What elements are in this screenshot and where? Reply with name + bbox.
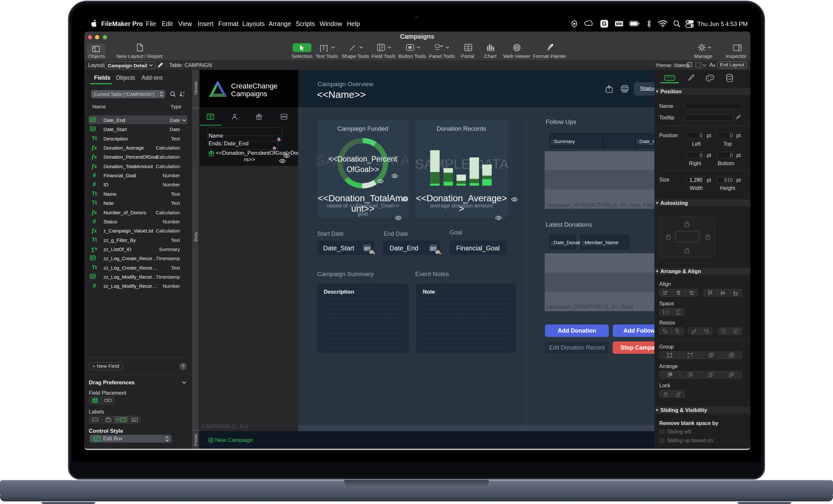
svg-text:abc: abc bbox=[107, 417, 110, 419]
svg-text:z: z bbox=[183, 94, 185, 98]
svg-text:a: a bbox=[183, 91, 185, 94]
svg-text:abc: abc bbox=[117, 418, 120, 421]
svg-text:abc: abc bbox=[133, 419, 136, 421]
